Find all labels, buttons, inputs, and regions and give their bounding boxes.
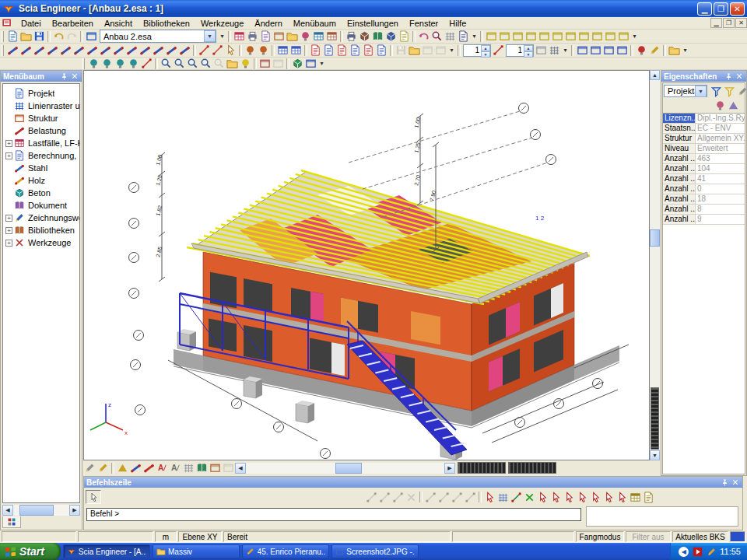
view-tools-dropdown-icon[interactable]: ▾ bbox=[317, 58, 326, 70]
tree-item-berechnung-fe-n[interactable]: +Berechnung, FE-N bbox=[5, 149, 79, 162]
track-dimension-icon[interactable] bbox=[629, 491, 642, 503]
show-load-labels-icon[interactable] bbox=[142, 462, 156, 474]
property-row[interactable]: StrukturAllgemein XYZ bbox=[663, 134, 745, 144]
expand-icon[interactable]: + bbox=[5, 152, 12, 159]
clipboard-copy-icon[interactable] bbox=[395, 44, 408, 57]
property-row[interactable]: Anzahl ...9 bbox=[663, 215, 745, 225]
draw-angle-icon[interactable] bbox=[424, 491, 437, 503]
frame-template-6-icon[interactable] bbox=[551, 30, 564, 43]
show-node-labels-icon[interactable] bbox=[156, 462, 169, 474]
menu-menuebaum[interactable]: Menübaum bbox=[288, 18, 342, 29]
multi-copy-icon[interactable] bbox=[33, 44, 46, 57]
tree-item-lastf-lle-lf-komb[interactable]: +Lastfälle, LF-Komb bbox=[5, 137, 79, 149]
open-named-view-icon[interactable] bbox=[226, 58, 239, 70]
scroll-up-icon[interactable]: ▲ bbox=[650, 70, 660, 80]
property-filter-icon[interactable] bbox=[710, 85, 723, 97]
start-button[interactable]: Start bbox=[0, 543, 61, 560]
redraw-icon[interactable] bbox=[635, 44, 648, 57]
activity-table-icon[interactable] bbox=[325, 30, 338, 43]
send-to-action-icon[interactable] bbox=[727, 99, 740, 111]
draw-perpendicular-icon[interactable] bbox=[451, 491, 464, 503]
frame-template-9-icon[interactable] bbox=[591, 30, 604, 43]
scale-spinner-1[interactable]: 1 ▲▼ bbox=[463, 44, 491, 57]
expand-icon[interactable]: + bbox=[5, 227, 12, 234]
ortho-mode-icon[interactable] bbox=[510, 491, 523, 503]
show-document-icon[interactable] bbox=[195, 462, 209, 474]
frame-template-10-icon[interactable] bbox=[604, 30, 617, 43]
trim-member-icon[interactable] bbox=[86, 44, 99, 57]
render-wireframe-icon[interactable] bbox=[87, 58, 100, 70]
status-filter[interactable]: Filter aus bbox=[626, 531, 671, 542]
zoom-previous-icon[interactable] bbox=[212, 58, 226, 70]
tray-media-icon[interactable] bbox=[692, 546, 703, 557]
scrollbar-thumb[interactable] bbox=[19, 505, 54, 516]
renumber-icon[interactable] bbox=[276, 44, 289, 57]
snap-tangent-icon[interactable] bbox=[589, 491, 602, 503]
menubaum-header[interactable]: Menübaum bbox=[1, 71, 82, 82]
member-query-icon[interactable] bbox=[457, 30, 470, 43]
tray-paint-icon[interactable] bbox=[706, 546, 717, 557]
tree-item-zeichnungswerkz[interactable]: +Zeichnungswerkz bbox=[5, 212, 79, 224]
spin-down-icon[interactable]: ▼ bbox=[524, 51, 533, 58]
engineering-report-icon[interactable] bbox=[358, 30, 371, 43]
zoom-all-icon[interactable] bbox=[199, 58, 212, 70]
edit-property-icon[interactable] bbox=[736, 85, 747, 97]
close-icon[interactable] bbox=[734, 72, 744, 81]
property-group-combo[interactable]: Projekt-I ▼ bbox=[664, 85, 707, 97]
menu-aendern[interactable]: Ändern bbox=[249, 18, 287, 29]
render-transparent-icon[interactable] bbox=[114, 58, 127, 70]
fast-draw-off-icon[interactable] bbox=[83, 462, 96, 474]
menu-fenster[interactable]: Fenster bbox=[404, 18, 444, 29]
task-scia-engineer[interactable]: Scia Engineer - [A... bbox=[63, 544, 150, 558]
scroll-down-icon[interactable]: ▼ bbox=[650, 450, 660, 460]
render-solid-icon[interactable] bbox=[100, 58, 114, 70]
property-row[interactable]: Staatsn...EC - ENV bbox=[663, 124, 745, 134]
snap-midpoint-icon[interactable] bbox=[549, 491, 563, 503]
zoom-out-icon[interactable] bbox=[173, 58, 186, 70]
bim-toolbox-3-icon[interactable] bbox=[335, 44, 349, 57]
mesh-setup-icon[interactable] bbox=[444, 30, 457, 43]
menu-bibliotheken[interactable]: Bibliotheken bbox=[138, 18, 195, 29]
export-document-icon[interactable] bbox=[398, 30, 411, 43]
calculation-icon[interactable] bbox=[417, 30, 430, 43]
frame-template-2-icon[interactable] bbox=[498, 30, 511, 43]
redo-icon[interactable] bbox=[65, 30, 79, 43]
ucs-axis-icon[interactable] bbox=[140, 58, 153, 70]
close-button[interactable]: ✕ bbox=[730, 2, 745, 16]
3d-model-view[interactable]: 1.00 1.25 1.82 2.85 1.00 1.25 2.70 7.90 … bbox=[84, 71, 649, 460]
check-structure-data-icon[interactable] bbox=[430, 30, 444, 43]
bim-toolbox-4-icon[interactable] bbox=[349, 44, 362, 57]
close-all-windows-icon[interactable] bbox=[615, 44, 629, 57]
break-member-icon[interactable] bbox=[112, 44, 125, 57]
task-massiv-folder[interactable]: Massiv bbox=[153, 544, 240, 558]
scale-spinner-2[interactable]: 1 ▲▼ bbox=[506, 44, 534, 57]
frame-template-1-icon[interactable] bbox=[485, 30, 498, 43]
frame-template-3-icon[interactable] bbox=[511, 30, 524, 43]
join-member-icon[interactable] bbox=[125, 44, 139, 57]
save-project-icon[interactable] bbox=[33, 30, 46, 43]
toolbar-grip[interactable] bbox=[2, 45, 4, 56]
property-row[interactable]: Anzahl ...104 bbox=[663, 164, 745, 174]
print-preview-icon[interactable] bbox=[259, 30, 272, 43]
project-combo[interactable]: Anbau 2.esa ▼ bbox=[100, 30, 216, 43]
show-member-labels-icon[interactable] bbox=[169, 462, 182, 474]
snap-settings-icon[interactable] bbox=[483, 491, 496, 503]
scale-1-10-icon[interactable] bbox=[548, 44, 561, 57]
menu-einstellungen[interactable]: Einstellungen bbox=[342, 18, 404, 29]
tile-horizontal-icon[interactable] bbox=[602, 44, 615, 57]
draw-curve-icon[interactable] bbox=[464, 491, 477, 503]
frame-templates-dropdown-icon[interactable]: ▾ bbox=[630, 30, 639, 43]
combo-dropdown-icon[interactable]: ▼ bbox=[204, 30, 216, 42]
select-cursor-button[interactable] bbox=[86, 490, 101, 504]
property-row[interactable]: Anzahl ...0 bbox=[663, 184, 745, 194]
move-member-icon[interactable] bbox=[6, 44, 19, 57]
rotate-member-icon[interactable] bbox=[59, 44, 72, 57]
status-plane[interactable]: Ebene XY bbox=[178, 531, 222, 542]
analysis-dropdown-icon[interactable]: ▾ bbox=[470, 30, 479, 43]
draw-line-icon[interactable] bbox=[365, 491, 378, 503]
menu-werkzeuge[interactable]: Werkzeuge bbox=[195, 18, 249, 29]
pin-icon[interactable] bbox=[720, 478, 730, 487]
restore-button[interactable]: ❐ bbox=[714, 2, 728, 16]
mdi-close-button[interactable]: ✕ bbox=[735, 18, 747, 28]
regenerate-icon[interactable] bbox=[648, 44, 661, 57]
